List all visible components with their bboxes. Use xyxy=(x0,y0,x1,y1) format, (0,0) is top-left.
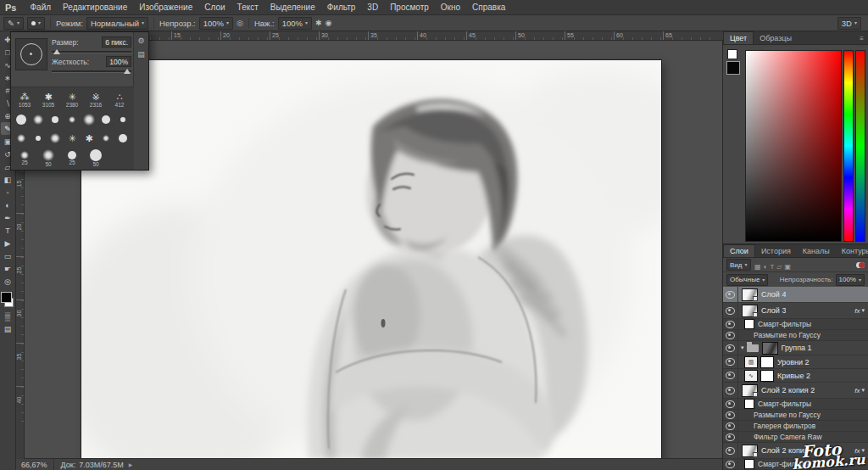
menu-item-1[interactable]: Файл xyxy=(24,3,57,12)
color-tab-Образцы[interactable]: Образцы xyxy=(754,32,798,44)
layers-tab-Каналы[interactable]: Каналы xyxy=(797,245,836,257)
layer-mask-thumbnail[interactable] xyxy=(760,356,774,368)
status-menu-arrow-icon[interactable]: ▶ xyxy=(129,462,133,467)
brush-preset[interactable] xyxy=(97,129,114,148)
layer-row[interactable]: Слой 2 копия 2fx▾ xyxy=(723,383,868,399)
levels-adjustment-icon[interactable]: ▥ xyxy=(744,356,758,368)
layer-visibility-toggle[interactable] xyxy=(723,410,738,420)
airbrush-icon[interactable]: ✱ xyxy=(315,19,322,27)
gradient-tool[interactable]: ◧ xyxy=(1,173,14,186)
brush-preset[interactable] xyxy=(114,110,131,129)
filter-type-layers-icon[interactable]: T xyxy=(769,263,776,271)
brush-hardness-value[interactable]: 100% xyxy=(106,56,131,67)
brush-preset[interactable]: ✱3105 xyxy=(36,89,60,110)
adjustment-layer-row[interactable]: ▥Уровни 2 xyxy=(723,355,868,369)
brush-preset[interactable] xyxy=(30,129,47,148)
layer-thumbnail[interactable] xyxy=(742,384,758,397)
filter-toggle[interactable] xyxy=(856,262,865,268)
filter-shape-layers-icon[interactable]: ▱ xyxy=(776,263,783,271)
smart-filter-item-row[interactable]: Галерея фильтров xyxy=(723,421,868,432)
brush-preset[interactable] xyxy=(64,110,81,129)
filter-type-select[interactable]: Вид ▾ xyxy=(726,259,751,271)
shape-tool[interactable]: ▭ xyxy=(1,249,14,262)
slider-handle[interactable] xyxy=(53,49,60,54)
layer-visibility-toggle[interactable] xyxy=(723,319,738,329)
quick-mask-button[interactable]: ▒ xyxy=(1,310,14,322)
adjustment-layer-row[interactable]: ∿Кривые 2 xyxy=(723,369,868,383)
tool-preset-picker[interactable]: ✎ ▾ xyxy=(3,17,24,30)
document-canvas[interactable] xyxy=(81,60,661,459)
blur-tool[interactable]: ◦ xyxy=(1,186,14,199)
screen-mode-button[interactable]: ▤ xyxy=(1,322,14,335)
brush-preset[interactable] xyxy=(81,110,97,129)
brush-preset[interactable]: ✳ xyxy=(64,129,81,148)
group-thumbnail[interactable] xyxy=(762,342,778,355)
layer-thumbnail[interactable] xyxy=(742,288,758,301)
menu-item-11[interactable]: Справка xyxy=(466,3,511,12)
smart-filter-thumbnail[interactable] xyxy=(744,399,754,409)
layer-visibility-toggle[interactable] xyxy=(723,355,738,368)
layer-group-row[interactable]: ▾Группа 1 xyxy=(723,341,868,355)
foreground-swatch[interactable] xyxy=(726,61,740,75)
workspace-switcher[interactable]: 3D ▾ xyxy=(837,17,861,30)
filter-pixel-layers-icon[interactable]: ▦ xyxy=(754,263,763,271)
brush-hardness-slider[interactable] xyxy=(52,68,131,74)
smart-filter-item-row[interactable]: Размытие по Гауссу xyxy=(723,330,868,341)
flow-input[interactable]: 100% ▾ xyxy=(278,17,312,30)
pressure-opacity-icon[interactable]: ◎ xyxy=(236,19,243,27)
opacity-input[interactable]: 100% ▾ xyxy=(199,17,233,30)
panel-options-icon[interactable]: ▤ xyxy=(137,50,145,59)
zoom-tool[interactable]: ◎ xyxy=(1,275,14,288)
color-tab-Цвет[interactable]: Цвет xyxy=(723,31,754,44)
collapse-filters-chevron-icon[interactable]: ▾ xyxy=(861,387,868,394)
panel-menu-icon[interactable]: ≡ xyxy=(860,35,868,44)
brush-preset[interactable] xyxy=(30,110,47,129)
collapse-filters-chevron-icon[interactable]: ▾ xyxy=(861,307,868,314)
menu-item-7[interactable]: Фильтр xyxy=(321,3,362,12)
blend-mode-select[interactable]: Нормальный ▾ xyxy=(86,17,148,30)
layer-row[interactable]: Слой 3fx▾ xyxy=(723,303,868,319)
layer-visibility-toggle[interactable] xyxy=(723,303,738,318)
hand-tool[interactable]: ☛ xyxy=(1,262,14,275)
brush-preset[interactable] xyxy=(13,110,30,129)
path-selection-tool[interactable]: ▶ xyxy=(1,237,14,249)
layer-visibility-toggle[interactable] xyxy=(723,383,738,398)
menu-item-9[interactable]: Просмотр xyxy=(384,3,435,12)
layers-tab-История[interactable]: История xyxy=(755,245,797,257)
pressure-size-icon[interactable]: ◉ xyxy=(326,19,332,27)
brush-preset[interactable]: ✳2380 xyxy=(60,89,84,110)
menu-item-4[interactable]: Слои xyxy=(198,3,231,12)
menu-item-6[interactable]: Выделение xyxy=(264,3,321,12)
menu-item-2[interactable]: Редактирование xyxy=(57,3,133,12)
rgb-ramp[interactable] xyxy=(855,50,865,242)
smart-filter-thumbnail[interactable] xyxy=(744,459,754,469)
layer-visibility-toggle[interactable] xyxy=(723,330,738,340)
brush-preset[interactable] xyxy=(47,110,64,129)
gear-icon[interactable]: ⚙ xyxy=(137,36,144,45)
brush-preset-picker[interactable]: ▾ xyxy=(27,17,45,30)
hue-slider[interactable] xyxy=(843,50,854,242)
layer-visibility-toggle[interactable] xyxy=(723,459,738,469)
menu-item-10[interactable]: Окно xyxy=(435,3,466,12)
filter-adjustment-layers-icon[interactable]: ◐ xyxy=(762,263,769,271)
smart-filters-row[interactable]: Смарт-фильтры xyxy=(723,399,868,410)
brush-preset[interactable] xyxy=(47,129,64,148)
brush-preset[interactable]: ✱ xyxy=(81,129,97,148)
layers-tab-Слои[interactable]: Слои xyxy=(723,244,755,257)
brush-size-value[interactable]: 6 пикс. xyxy=(102,36,131,48)
menu-item-8[interactable]: 3D xyxy=(361,3,384,12)
layer-visibility-toggle[interactable] xyxy=(723,421,738,431)
foreground-color-swatch[interactable] xyxy=(1,292,12,303)
layer-visibility-toggle[interactable] xyxy=(723,399,738,409)
brush-preset[interactable]: ※2316 xyxy=(84,89,108,110)
layer-blend-mode-select[interactable]: Обычные ▾ xyxy=(726,274,768,286)
group-expander-icon[interactable]: ▾ xyxy=(741,344,744,351)
zoom-level[interactable]: 66,67% xyxy=(15,459,54,470)
brush-preset[interactable]: 50 xyxy=(36,148,60,169)
layer-opacity-input[interactable]: 100% ▾ xyxy=(836,274,865,286)
smart-filter-thumbnail[interactable] xyxy=(744,319,754,329)
brush-preset[interactable]: 50 xyxy=(84,148,108,169)
layer-thumbnail[interactable] xyxy=(742,445,758,457)
brush-preset[interactable]: ∴412 xyxy=(108,89,131,110)
brush-preset[interactable]: 25 xyxy=(13,148,36,169)
